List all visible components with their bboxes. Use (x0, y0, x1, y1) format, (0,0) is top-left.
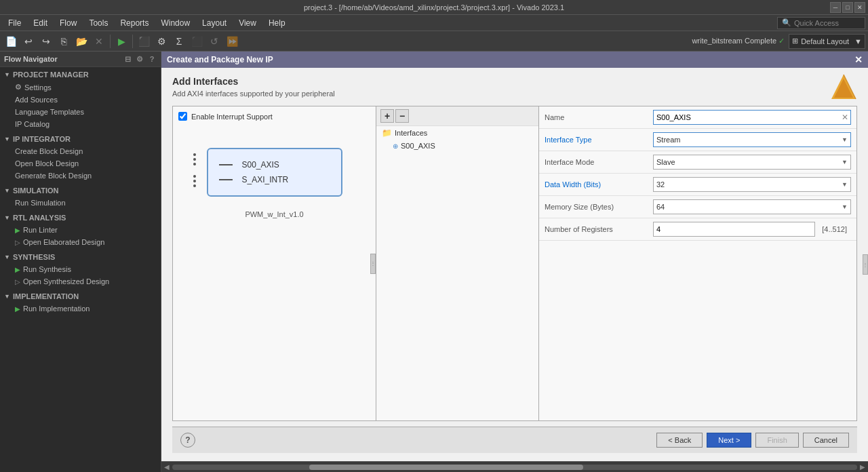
flow-navigator-title: Flow Navigator (4, 55, 58, 63)
copy-button[interactable]: ⎘ (56, 33, 72, 50)
prop-name-label: Name (545, 113, 653, 121)
remove-interface-button[interactable]: − (395, 109, 409, 123)
nav-add-sources[interactable]: Add Sources (0, 94, 161, 106)
section-synthesis-header[interactable]: ▼ SYNTHESIS (0, 251, 161, 263)
prop-type-select-value: Stream (656, 136, 680, 144)
nav-language-templates[interactable]: Language Templates (0, 106, 161, 118)
quick-access-input[interactable]: 🔍 Quick Access (777, 17, 865, 29)
prop-num-registers-input[interactable] (653, 222, 815, 237)
scroll-thumb[interactable] (309, 465, 583, 470)
dialog-close-button[interactable]: ✕ (854, 54, 863, 65)
prop-memory-size-select-value: 64 (656, 203, 665, 211)
close-button[interactable]: ✕ (854, 2, 865, 13)
panel-minimize-icon[interactable]: ⊟ (123, 54, 132, 64)
nav-settings[interactable]: ⚙ Settings (0, 81, 161, 94)
scroll-right-icon[interactable]: ▶ (860, 463, 865, 471)
menu-file[interactable]: File (3, 17, 26, 29)
section-synthesis: ▼ SYNTHESIS ▶ Run Synthesis ▷ Open Synth… (0, 250, 161, 289)
nav-run-simulation-label: Run Simulation (15, 199, 66, 207)
menu-window[interactable]: Window (155, 17, 195, 29)
prop-name-clear[interactable]: ✕ (840, 112, 850, 123)
section-simulation: ▼ SIMULATION Run Simulation (0, 183, 161, 210)
menu-help[interactable]: Help (263, 17, 291, 29)
flow-navigator-header: Flow Navigator ⊟ ⚙ ? (0, 52, 161, 67)
add-interface-button[interactable]: + (380, 109, 394, 123)
nav-open-elaborated-design[interactable]: ▷ Open Elaborated Design (0, 236, 161, 248)
scroll-left-icon[interactable]: ◀ (164, 463, 170, 471)
toolbar: 📄 ↩ ↪ ⎘ 📂 ✕ ▶ ⬛ ⚙ Σ ⬛ ↺ ⏩ write_bitstrea… (0, 31, 868, 52)
menu-flow[interactable]: Flow (54, 17, 82, 29)
prop-data-width-label: Data Width (Bits) (545, 180, 653, 189)
section-synth-chevron: ▼ (4, 254, 10, 260)
xilinx-logo (830, 73, 857, 102)
forward-button[interactable]: ⏩ (224, 33, 240, 50)
panel-settings-icon[interactable]: ⚙ (135, 54, 144, 64)
menu-tools[interactable]: Tools (83, 17, 113, 29)
redo-button[interactable]: ↪ (38, 33, 54, 50)
nav-create-block-design[interactable]: Create Block Design (0, 145, 161, 157)
panel-help-icon[interactable]: ? (147, 54, 157, 64)
menu-view[interactable]: View (233, 17, 262, 29)
minimize-button[interactable]: ─ (830, 2, 841, 13)
section-impl-chevron: ▼ (4, 293, 10, 300)
scroll-track[interactable] (172, 465, 857, 470)
section-impl-header[interactable]: ▼ IMPLEMENTATION (0, 290, 161, 302)
nav-open-synthesized-design[interactable]: ▷ Open Synthesized Design (0, 275, 161, 288)
open-button[interactable]: 📂 (73, 33, 90, 50)
dialog-help-button[interactable]: ? (180, 433, 195, 448)
search-icon: 🔍 (782, 18, 791, 27)
close-button2[interactable]: ✕ (91, 33, 107, 50)
properties-panel: Name ✕ Interface Type (539, 106, 856, 420)
prop-data-width-select[interactable]: 32 ▼ (653, 177, 851, 192)
maximize-button[interactable]: □ (842, 2, 853, 13)
nav-run-linter[interactable]: ▶ Run Linter (0, 224, 161, 236)
status-check-icon: ✓ (778, 37, 785, 45)
prop-num-registers-value: [4..512] (653, 222, 851, 237)
layout-grid-icon: ⊞ (792, 37, 798, 45)
layout-select[interactable]: ⊞ Default Layout ▼ (789, 34, 865, 49)
resize-handle-left[interactable]: ⋮ (370, 254, 376, 274)
dialog-back-button[interactable]: < Back (656, 433, 703, 448)
flow-navigator: Flow Navigator ⊟ ⚙ ? ▼ PROJECT MANAGER ⚙… (0, 52, 161, 472)
section-rtl-header[interactable]: ▼ RTL ANALYSIS (0, 212, 161, 224)
new-file-button[interactable]: 📄 (3, 33, 19, 50)
section-project-manager-header[interactable]: ▼ PROJECT MANAGER (0, 68, 161, 81)
prop-name-input[interactable] (654, 112, 840, 123)
prop-memory-size-select[interactable]: 64 ▼ (653, 199, 851, 214)
nav-ip-catalog[interactable]: IP Catalog (0, 118, 161, 130)
nav-open-block-design[interactable]: Open Block Design (0, 157, 161, 170)
run-button[interactable]: ▶ (113, 33, 130, 50)
title-text: project.3 - [/home/ab/Videos/amd_xilinx/… (304, 3, 564, 12)
folder-icon: 📁 (382, 128, 392, 138)
menu-layout[interactable]: Layout (197, 17, 232, 29)
tree-s00-axis[interactable]: ⊕ S00_AXIS (376, 140, 538, 152)
nav-run-implementation[interactable]: ▶ Run Implementation (0, 302, 161, 315)
undo-button[interactable]: ↩ (20, 33, 37, 50)
nav-run-synthesis[interactable]: ▶ Run Synthesis (0, 263, 161, 275)
flow-navigator-scroll[interactable]: ▼ PROJECT MANAGER ⚙ Settings Add Sources… (0, 67, 161, 472)
sigma-button[interactable]: Σ (171, 33, 187, 50)
horizontal-scrollbar[interactable]: ◀ ▶ (161, 461, 868, 472)
section-ip-integrator-header[interactable]: ▼ IP INTEGRATOR (0, 133, 161, 145)
dialog-next-button[interactable]: Next > (707, 433, 751, 448)
settings-button[interactable]: ⚙ (153, 33, 170, 50)
status-text: write_bitstream Complete ✓ (692, 37, 785, 45)
prop-name-input-container[interactable]: ✕ (653, 110, 851, 125)
section-pm-label: PROJECT MANAGER (13, 71, 89, 79)
restart-button[interactable]: ↺ (206, 33, 222, 50)
section-simulation-header[interactable]: ▼ SIMULATION (0, 184, 161, 197)
nav-generate-block-design[interactable]: Generate Block Design (0, 170, 161, 182)
prop-type-select[interactable]: Stream ▼ (653, 132, 851, 147)
content-area: Create and Package New IP ✕ Add Interfac… (161, 52, 868, 472)
menu-reports[interactable]: Reports (115, 17, 154, 29)
resize-handle-right[interactable]: ⋮ (863, 254, 868, 275)
tree-interfaces-root[interactable]: 📁 Interfaces (376, 126, 538, 140)
program-button[interactable]: ⬛ (136, 33, 152, 50)
menu-edit[interactable]: Edit (28, 17, 53, 29)
enable-interrupt-checkbox[interactable] (178, 112, 187, 121)
nav-run-simulation[interactable]: Run Simulation (0, 197, 161, 209)
dialog-cancel-button[interactable]: Cancel (803, 433, 849, 448)
stop-button[interactable]: ⬛ (189, 33, 205, 50)
dialog-finish-button[interactable]: Finish (755, 433, 798, 448)
prop-mode-select[interactable]: Slave ▼ (653, 155, 851, 170)
